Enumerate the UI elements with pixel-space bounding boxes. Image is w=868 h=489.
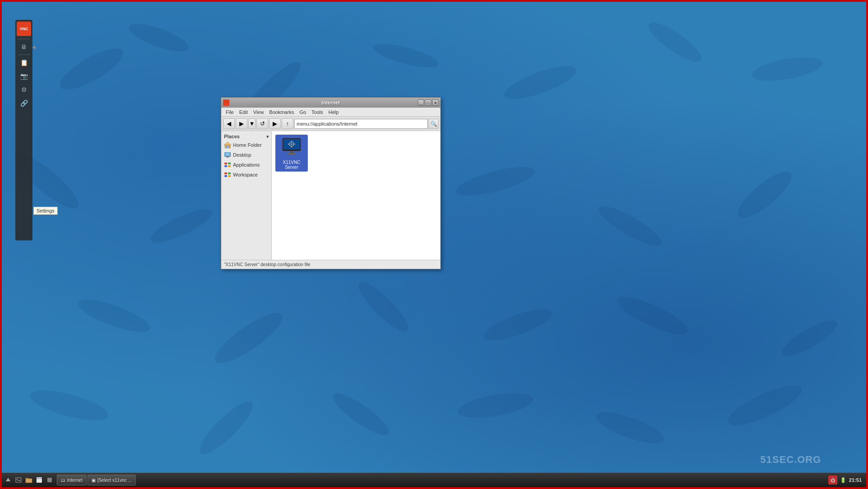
power-button[interactable]: ⏻ [828, 475, 837, 484]
svg-rect-49 [294, 144, 295, 145]
svg-point-13 [75, 294, 153, 338]
home-folder-icon [224, 141, 231, 149]
titlebar-app-icon [223, 100, 229, 106]
connection-icon: 🔗 [20, 100, 28, 107]
applications-label: Applications [233, 162, 260, 168]
content-area: X11VNC Server [272, 131, 440, 260]
document-btn[interactable]: 📋 [18, 56, 30, 69]
menu-help[interactable]: Help [326, 109, 342, 116]
svg-point-24 [723, 378, 806, 433]
x11vnc-server-icon[interactable]: X11VNC Server [275, 135, 308, 172]
x11vnc-app-icon: ▣ [91, 478, 96, 483]
workspace-label: Workspace [233, 172, 258, 177]
desktop-label: Desktop [233, 152, 251, 158]
monitor-btn[interactable]: 🖥 ◀ [18, 41, 30, 53]
clock-display: 21:51 [849, 477, 862, 483]
battery-icon: 🔋 [840, 477, 846, 483]
svg-rect-34 [228, 165, 231, 167]
menu-go[interactable]: Go [297, 109, 309, 116]
go-forward-button[interactable]: ▶ [269, 118, 281, 129]
svg-rect-31 [224, 163, 227, 164]
forward-icon: ▶ [239, 120, 244, 127]
svg-point-8 [147, 204, 215, 248]
svg-marker-26 [224, 142, 231, 145]
svg-rect-37 [224, 175, 227, 177]
main-content: Places ▾ Home Folder [221, 131, 440, 260]
svg-marker-50 [6, 478, 10, 481]
svg-point-15 [353, 276, 414, 337]
svg-rect-51 [16, 478, 21, 482]
svg-point-14 [209, 306, 288, 371]
forward-button[interactable]: ▶ [236, 118, 247, 129]
places-collapse-icon[interactable]: ▾ [266, 134, 269, 139]
back-icon: ◀ [227, 120, 231, 127]
taskbar: 🗂 Internet ▣ [Select x11vnc ... ⏻ 🔋 21:5… [2, 473, 866, 487]
search-button[interactable]: 🔍 [429, 119, 439, 129]
menu-view[interactable]: View [251, 109, 267, 116]
taskbar-extra-btn[interactable] [45, 475, 54, 485]
menu-edit[interactable]: Edit [237, 109, 251, 116]
svg-point-19 [27, 385, 111, 426]
svg-point-18 [778, 315, 841, 362]
svg-rect-43 [287, 153, 296, 154]
svg-point-45 [291, 143, 292, 145]
collapse-arrow-icon: ◀ [32, 45, 36, 50]
x11vnc-label-line2: Server [285, 165, 298, 170]
minimize-button[interactable]: _ [418, 100, 424, 106]
svg-point-1 [126, 18, 192, 57]
nav-dropdown-button[interactable]: ▼ [248, 118, 256, 129]
svg-rect-58 [47, 478, 52, 482]
address-bar[interactable]: menu://applications/Internet [294, 119, 428, 129]
document-icon: 📋 [20, 59, 28, 66]
sidebar-divider-1 [18, 54, 30, 55]
taskbar-arrow-btn[interactable] [4, 475, 13, 485]
taskbar-system-icons [4, 475, 54, 485]
vnc-logo: VNC [17, 22, 31, 36]
settings-tooltip: Settings [33, 207, 58, 215]
refresh-icon: ↺ [260, 120, 265, 127]
maximize-button[interactable]: □ [425, 100, 431, 106]
refresh-button[interactable]: ↺ [256, 118, 268, 129]
settings-tooltip-text: Settings [37, 208, 55, 213]
chevron-down-icon: ▼ [249, 120, 255, 127]
svg-rect-57 [37, 478, 38, 478]
titlebar[interactable]: Internet _ □ ✕ [221, 98, 440, 108]
up-button[interactable]: ↑ [282, 118, 293, 129]
menubar: File Edit View Bookmarks Go Tools Help [221, 108, 440, 117]
menu-tools[interactable]: Tools [309, 109, 326, 116]
internet-app-icon: 🗂 [61, 478, 65, 483]
menu-bookmarks[interactable]: Bookmarks [266, 109, 297, 116]
workspace-icon [224, 171, 231, 178]
home-folder-item[interactable]: Home Folder [221, 140, 271, 150]
svg-point-10 [454, 161, 537, 201]
applications-icon [224, 161, 231, 168]
search-icon: 🔍 [430, 121, 437, 127]
taskbar-terminal-btn[interactable] [14, 475, 23, 485]
svg-rect-32 [228, 163, 231, 164]
desktop: VNC 🖥 ◀ 📋 📷 ⚙ 🔗 Settings [2, 2, 866, 487]
x11vnc-taskbar-app[interactable]: ▣ [Select x11vnc ... [87, 475, 136, 485]
taskbar-files-btn[interactable] [24, 475, 33, 485]
monitor-icon: 🖥 [21, 43, 27, 50]
svg-rect-38 [228, 175, 231, 177]
close-button[interactable]: ✕ [432, 100, 439, 106]
svg-rect-27 [226, 146, 229, 148]
svg-point-3 [371, 39, 440, 72]
applications-item[interactable]: Applications [221, 160, 271, 170]
settings-btn[interactable]: ⚙ [18, 83, 30, 96]
connection-btn[interactable]: 🔗 [18, 97, 30, 109]
x11vnc-app-label: [Select x11vnc ... [97, 478, 132, 483]
screen-capture-btn[interactable]: 📷 [18, 70, 30, 82]
svg-rect-33 [224, 165, 227, 167]
internet-taskbar-app[interactable]: 🗂 Internet [57, 475, 87, 485]
go-forward-icon: ▶ [273, 120, 277, 127]
workspace-item[interactable]: Workspace [221, 170, 271, 180]
taskbar-browser-btn[interactable] [35, 475, 44, 485]
svg-rect-56 [37, 478, 42, 479]
menu-file[interactable]: File [223, 109, 237, 116]
x11vnc-label: X11VNC Server [283, 160, 301, 170]
desktop-item[interactable]: Desktop [221, 150, 271, 160]
sidebar-divider-top [18, 39, 30, 39]
desktop-icon [224, 151, 231, 158]
back-button[interactable]: ◀ [223, 118, 235, 129]
